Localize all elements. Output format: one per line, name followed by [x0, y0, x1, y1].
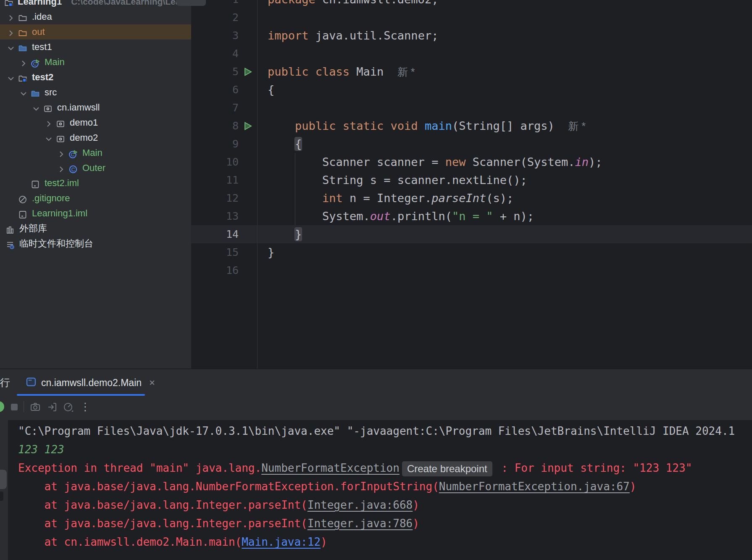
stop-button[interactable]	[8, 401, 20, 413]
more-options-icon[interactable]: ⋮	[80, 400, 91, 414]
tree-item-demo2[interactable]: demo2	[0, 130, 191, 145]
gutter-spacer	[239, 26, 257, 45]
tree-item-demo1[interactable]: demo1	[0, 115, 191, 130]
console-line-4: at java.base/java.lang.NumberFormatExcep…	[18, 477, 752, 496]
chevron-down-icon[interactable]	[32, 103, 41, 112]
line-number: 6	[191, 81, 239, 99]
tree-item-.idea[interactable]: .idea	[0, 9, 191, 24]
gutter-spacer	[239, 45, 257, 63]
chevron-right-icon[interactable]	[44, 118, 53, 127]
tree-item-test2.iml[interactable]: test2.iml	[0, 176, 191, 191]
console-text: )	[413, 517, 419, 530]
run-config-tab[interactable]: cn.iamwsll.demo2.Main ×	[17, 369, 155, 396]
line-number: 5	[191, 63, 239, 81]
console-line-5: at java.base/java.lang.Integer.parseInt(…	[18, 496, 752, 514]
tree-item-test2[interactable]: test2	[0, 70, 191, 85]
project-root-row[interactable]: Learning1C:\code\JavaLearning\Learning1	[0, 0, 191, 9]
rerun-button-fragment[interactable]	[0, 401, 4, 412]
code-line-12[interactable]: 12 int n = Integer.parseInt(s);	[191, 189, 752, 207]
chevron-right-icon[interactable]	[19, 58, 28, 67]
code-line-7[interactable]: 7	[191, 99, 752, 117]
tree-item-label: .gitignore	[32, 191, 70, 206]
stacktrace-link[interactable]: Integer.java:668	[308, 499, 413, 511]
folder-orange-icon	[18, 27, 27, 37]
tree-item-Learning1.iml[interactable]: Learning1.iml	[0, 206, 191, 221]
stacktrace-link[interactable]: Integer.java:786	[308, 517, 413, 530]
tree-item-Main[interactable]: CMain	[0, 55, 191, 70]
run-tab-label: cn.iamwsll.demo2.Main	[41, 377, 142, 389]
tree-item-Main[interactable]: CMain	[0, 145, 191, 160]
gutter-spacer	[239, 243, 257, 261]
file-icon	[18, 209, 27, 218]
tab-close-icon[interactable]: ×	[149, 377, 155, 389]
code-line-10[interactable]: 10 Scanner scanner = new Scanner(System.…	[191, 153, 752, 171]
editor-gutter: 4	[191, 45, 257, 63]
code-line-2[interactable]: 2	[191, 8, 752, 26]
console-lines: "C:\Program Files\Java\jdk-17.0.3.1\bin\…	[18, 422, 752, 551]
package-icon	[56, 118, 65, 127]
tree-item-out[interactable]: out	[0, 24, 191, 39]
project-tool-window: Learning1C:\code\JavaLearning\Learning1.…	[0, 0, 191, 368]
console-text: 123 123	[18, 443, 64, 456]
chevron-right-icon[interactable]	[57, 163, 66, 173]
chevron-down-icon[interactable]	[19, 88, 28, 97]
project-root-name: Learning1C:\code\JavaLearning\Learning1	[18, 0, 191, 9]
stacktrace-link[interactable]: NumberFormatException.java:67	[439, 480, 630, 493]
exit-door-icon[interactable]	[46, 401, 58, 413]
code-text: package cn.iamwsll.demo2;	[257, 0, 438, 8]
tree-item-Outer[interactable]: COuter	[0, 160, 191, 176]
code-line-16[interactable]: 16	[191, 261, 752, 279]
chevron-right-icon[interactable]	[6, 27, 16, 37]
tree-item-label: Main	[45, 55, 65, 70]
run-line-button[interactable]	[239, 117, 257, 135]
stacktrace-link[interactable]: NumberFormatException	[261, 462, 400, 474]
tree-item-test1[interactable]: test1	[0, 39, 191, 55]
tree-item-cn.iamwsll[interactable]: cn.iamwsll	[0, 100, 191, 115]
gutter-spacer	[239, 8, 257, 26]
tree-item-.gitignore[interactable]: .gitignore	[0, 191, 191, 206]
code-line-5[interactable]: 5public class Main 新 *	[191, 63, 752, 81]
chevron-down-icon[interactable]	[6, 42, 16, 52]
chevron-right-icon[interactable]	[6, 12, 16, 21]
console-text: )	[630, 480, 636, 493]
code-line-4[interactable]: 4	[191, 45, 752, 63]
code-line-9[interactable]: 9 {	[191, 135, 752, 153]
tree-item-label: test2.iml	[45, 176, 79, 191]
run-line-button[interactable]	[239, 63, 257, 81]
package-icon	[43, 103, 53, 112]
code-line-11[interactable]: 11 String s = scanner.nextLine();	[191, 171, 752, 189]
code-line-6[interactable]: 6{	[191, 81, 752, 99]
chevron-down-icon[interactable]	[6, 73, 16, 82]
gauge-icon[interactable]	[62, 401, 74, 413]
code-text: String s = scanner.nextLine();	[257, 171, 527, 189]
tree-item-外部库[interactable]: 外部库	[0, 221, 191, 236]
run-tab-bar: 行 cn.iamwsll.demo2.Main ×	[0, 369, 752, 396]
console-text: at cn.iamwsll.demo2.Main.main(	[18, 536, 242, 548]
folder-blue-icon	[31, 88, 40, 97]
tree-item-label: test1	[32, 39, 52, 55]
console-output-area[interactable]: "C:\Program Files\Java\jdk-17.0.3.1\bin\…	[0, 420, 752, 560]
code-line-3[interactable]: 3import java.util.Scanner;	[191, 26, 752, 45]
code-editor[interactable]: 1package cn.iamwsll.demo2;23import java.…	[191, 0, 752, 368]
module-icon	[4, 0, 13, 6]
console-line-3: Exception in thread "main" java.lang.Num…	[18, 459, 752, 477]
gutter-spacer	[239, 0, 257, 8]
source-link[interactable]: Main.java:12	[242, 536, 321, 548]
tree-item-临时文件和控制台[interactable]: 临时文件和控制台	[0, 236, 191, 251]
chevron-down-icon[interactable]	[44, 133, 53, 142]
code-line-15[interactable]: 15}	[191, 243, 752, 261]
code-line-14[interactable]: 14 }	[191, 225, 752, 243]
code-line-13[interactable]: 13 System.out.println("n = " + n);	[191, 207, 752, 225]
gutter-spacer	[239, 81, 257, 99]
chevron-right-icon[interactable]	[57, 148, 66, 158]
camera-icon[interactable]	[29, 401, 41, 413]
gutter-spacer	[239, 189, 257, 207]
editor-gutter: 3	[191, 26, 257, 45]
code-line-8[interactable]: 8 public static void main(String[] args)…	[191, 117, 752, 135]
tree-item-src[interactable]: src	[0, 85, 191, 100]
panel-header-fragment	[176, 0, 206, 6]
project-tree: Learning1C:\code\JavaLearning\Learning1.…	[0, 0, 191, 251]
create-breakpoint-button[interactable]: Create breakpoint	[402, 461, 492, 476]
editor-gutter: 7	[191, 99, 257, 117]
code-line-1[interactable]: 1package cn.iamwsll.demo2;	[191, 0, 752, 8]
